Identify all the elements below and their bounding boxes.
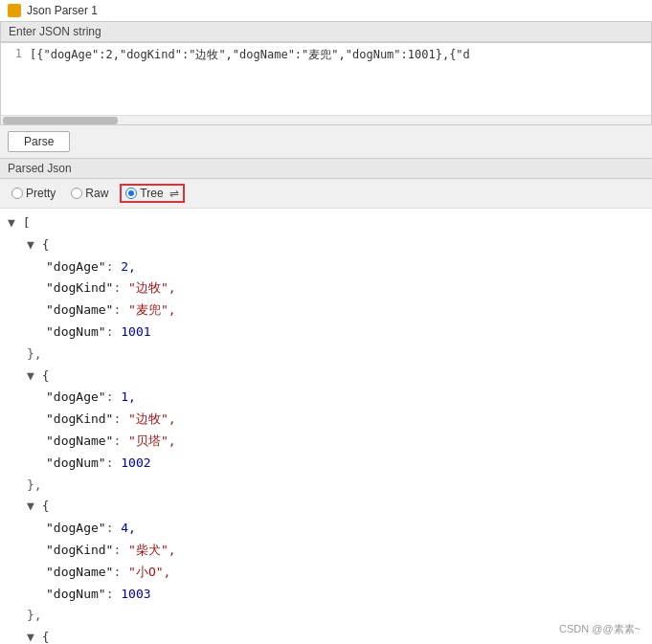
radio-pretty[interactable]: Pretty xyxy=(8,186,59,201)
tree-line: ▼ { xyxy=(0,366,652,388)
tree-collapse-icon: ⇌ xyxy=(169,187,179,200)
line-number: 1 xyxy=(1,47,30,60)
tree-line: }, xyxy=(0,344,652,366)
tree-line: ▼ { xyxy=(0,234,652,256)
tree-line: ▼ [ xyxy=(0,212,652,234)
tree-line: }, xyxy=(0,475,652,497)
tree-line: "dogName": "麦兜", xyxy=(0,300,652,322)
radio-circle-raw xyxy=(71,188,82,199)
view-mode-selector: Pretty Raw Tree ⇌ xyxy=(0,179,652,209)
radio-label-pretty: Pretty xyxy=(26,187,56,200)
collapse-arrow[interactable]: ▼ xyxy=(27,499,42,513)
radio-circle-pretty xyxy=(11,188,23,199)
input-section-label: Enter JSON string xyxy=(0,22,652,42)
tree-line: "dogAge": 1, xyxy=(0,387,652,409)
collapse-arrow[interactable]: ▼ xyxy=(27,237,42,252)
app-icon xyxy=(8,4,21,17)
title-bar-label: Json Parser 1 xyxy=(27,4,98,17)
tree-line: "dogAge": 2, xyxy=(0,256,652,278)
watermark: CSDN @@素素~ xyxy=(559,622,641,636)
radio-label-tree: Tree xyxy=(140,187,163,200)
parsed-json-label: Parsed Json xyxy=(0,158,652,179)
tree-line: "dogAge": 4, xyxy=(0,518,652,540)
collapse-arrow[interactable]: ▼ xyxy=(27,630,42,644)
parse-button[interactable]: Parse xyxy=(8,131,70,152)
radio-circle-tree xyxy=(125,188,137,199)
tree-line: "dogNum": 1003 xyxy=(0,584,652,606)
title-bar: Json Parser 1 xyxy=(0,0,652,22)
parse-button-row: Parse xyxy=(0,125,652,158)
collapse-arrow[interactable]: ▼ xyxy=(27,368,42,383)
json-tree-view: ▼ [▼ {"dogAge": 2,"dogKind": "边牧","dogNa… xyxy=(0,209,652,644)
radio-label-raw: Raw xyxy=(85,187,108,200)
tree-line: "dogKind": "边牧", xyxy=(0,409,652,431)
tree-line: }, xyxy=(0,605,652,627)
tree-line: "dogNum": 1002 xyxy=(0,453,652,475)
json-input-area[interactable]: 1 [{"dogAge":2,"dogKind":"边牧","dogName":… xyxy=(0,42,652,125)
radio-tree[interactable]: Tree ⇌ xyxy=(120,184,184,203)
radio-raw[interactable]: Raw xyxy=(67,186,112,201)
json-input-text: [{"dogAge":2,"dogKind":"边牧","dogName":"麦… xyxy=(30,47,651,63)
tree-line: "dogNum": 1001 xyxy=(0,322,652,344)
collapse-arrow[interactable]: ▼ xyxy=(8,215,23,230)
tree-line: "dogKind": "边牧", xyxy=(0,278,652,300)
tree-line: ▼ { xyxy=(0,627,652,644)
json-input-line: 1 [{"dogAge":2,"dogKind":"边牧","dogName":… xyxy=(1,43,651,67)
tree-line: ▼ { xyxy=(0,496,652,518)
tree-line: "dogName": "小O", xyxy=(0,562,652,584)
tree-line: "dogName": "贝塔", xyxy=(0,431,652,453)
horizontal-scrollbar[interactable] xyxy=(1,115,651,124)
tree-line: "dogKind": "柴犬", xyxy=(0,540,652,562)
scrollbar-thumb[interactable] xyxy=(3,117,118,124)
